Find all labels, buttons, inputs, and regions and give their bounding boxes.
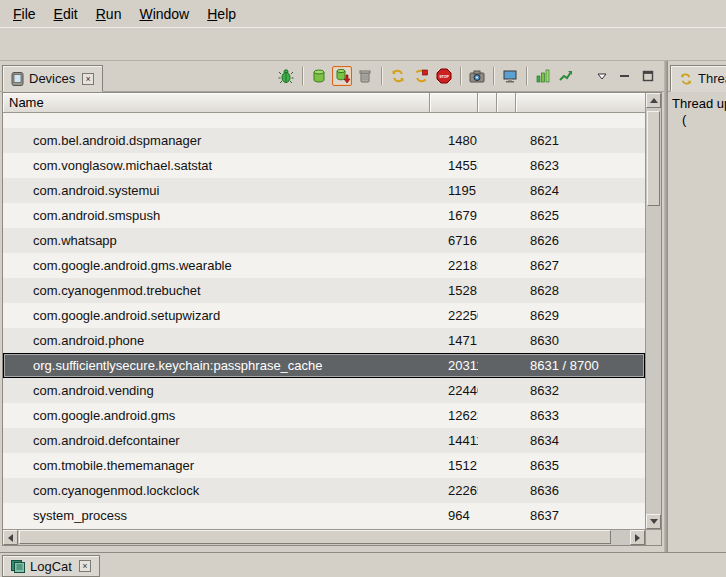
table-row[interactable]: com.android.smspush16798625 [3, 203, 645, 228]
scroll-left-button[interactable] [3, 530, 18, 545]
port-cell: 8621 [516, 133, 645, 148]
menu-bar: FileEditRunWindowHelp [0, 0, 726, 27]
pid-cell: 1480 [430, 133, 478, 148]
process-name-cell: com.google.android.gms.wearable [3, 258, 430, 273]
devices-toolbar: STOP [276, 64, 658, 88]
port-cell: 8632 [516, 383, 645, 398]
column-header-pid[interactable] [430, 93, 478, 112]
arrow-down-icon [650, 519, 658, 524]
port-cell: 8627 [516, 258, 645, 273]
table-row[interactable]: com.android.defcontainer144118634 [3, 428, 645, 453]
column-header-name[interactable]: Name [3, 93, 430, 112]
threads-message-line1: Thread up [672, 96, 726, 112]
process-name-cell: com.cyanogenmod.trebuchet [3, 283, 430, 298]
process-name-cell: com.android.phone [3, 333, 430, 348]
menu-edit[interactable]: Edit [45, 2, 87, 26]
menu-file[interactable]: File [4, 2, 45, 26]
close-icon[interactable]: × [79, 560, 91, 572]
scroll-down-button[interactable] [646, 514, 661, 529]
process-name-cell: com.android.vending [3, 383, 430, 398]
port-cell: 8634 [516, 433, 645, 448]
dump-hprof-icon[interactable] [332, 66, 352, 86]
vertical-scrollbar[interactable] [645, 93, 661, 529]
svg-text:STOP: STOP [439, 75, 449, 79]
table-row[interactable]: com.google.android.setupwizard222508629 [3, 303, 645, 328]
table-row[interactable]: org.sufficientlysecure.keychain:passphra… [3, 353, 645, 378]
update-threads-icon[interactable] [388, 66, 408, 86]
devices-panel: Devices × STOP Name com.bel.android.dspm… [0, 61, 664, 552]
tab-devices[interactable]: Devices × [2, 65, 103, 92]
table-row[interactable]: com.google.android.gms.wearable221858627 [3, 253, 645, 278]
table-row[interactable]: com.android.phone14718630 [3, 328, 645, 353]
horizontal-scrollbar[interactable] [3, 529, 645, 545]
pid-cell: 20311 [430, 358, 478, 373]
column-header-empty-2[interactable] [497, 93, 516, 112]
view-menu-icon[interactable] [592, 66, 612, 86]
scroll-up-button[interactable] [646, 93, 661, 108]
table-row[interactable]: com.google.android.gms126238633 [3, 403, 645, 428]
pid-cell: 14411 [430, 433, 478, 448]
port-cell: 8623 [516, 158, 645, 173]
process-name-cell: system_process [3, 508, 430, 523]
process-name-cell: com.google.android.gms [3, 408, 430, 423]
table-row[interactable]: com.bel.android.dspmanager14808621 [3, 128, 645, 153]
pid-cell: 964 [430, 508, 478, 523]
pid-cell: 6716 [430, 233, 478, 248]
screen-capture-icon[interactable] [467, 66, 487, 86]
process-name-cell: com.android.smspush [3, 208, 430, 223]
process-name-cell: com.android.defcontainer [3, 433, 430, 448]
port-cell: 8636 [516, 483, 645, 498]
table-row[interactable]: system_process9648637 [3, 503, 645, 528]
menu-help[interactable]: Help [198, 2, 245, 26]
pid-cell: 1528 [430, 283, 478, 298]
cause-gc-icon[interactable] [355, 66, 375, 86]
horizontal-scroll-thumb[interactable] [19, 530, 611, 544]
threads-tab-bar: Threads [668, 61, 726, 92]
stop-process-icon[interactable]: STOP [434, 66, 454, 86]
device-rows: com.bel.android.dspmanager14808621com.vo… [3, 113, 645, 529]
logcat-view-icon [11, 560, 25, 573]
scroll-right-button[interactable] [630, 530, 645, 545]
port-cell: 8633 [516, 408, 645, 423]
pid-cell: 1195 [430, 183, 478, 198]
pid-cell: 22440 [430, 383, 478, 398]
table-row[interactable]: com.android.systemui11958624 [3, 178, 645, 203]
port-cell: 8635 [516, 458, 645, 473]
table-row[interactable]: com.android.vending224408632 [3, 378, 645, 403]
column-header-port[interactable] [516, 93, 645, 112]
tab-logcat-label: LogCat [30, 559, 72, 574]
pid-cell: 14553 [430, 158, 478, 173]
menu-run[interactable]: Run [87, 2, 131, 26]
port-cell: 8629 [516, 308, 645, 323]
pid-cell: 22265 [430, 483, 478, 498]
process-name-cell: com.tmobile.thememanager [3, 458, 430, 473]
maximize-icon[interactable] [638, 66, 658, 86]
tab-logcat[interactable]: LogCat × [2, 555, 100, 577]
vertical-scroll-thumb[interactable] [647, 111, 660, 206]
table-row[interactable]: com.vonglasow.michael.satstat145538623 [3, 153, 645, 178]
table-row[interactable]: com.cyanogenmod.trebuchet15288628 [3, 278, 645, 303]
close-icon[interactable]: × [82, 73, 94, 85]
table-row[interactable]: com.whatsapp67168626 [3, 228, 645, 253]
tab-devices-label: Devices [29, 71, 75, 86]
start-method-profiling-icon[interactable] [411, 66, 431, 86]
debug-process-icon[interactable] [276, 66, 296, 86]
menu-window[interactable]: Window [130, 2, 198, 26]
toolbar-separator [526, 67, 527, 85]
network-statistics-icon[interactable] [533, 66, 553, 86]
tab-threads[interactable]: Threads [670, 65, 726, 92]
screen-record-icon[interactable] [500, 66, 520, 86]
process-name-cell: com.whatsapp [3, 233, 430, 248]
bottom-view-bar: LogCat × [0, 552, 726, 577]
start-opengl-trace-icon[interactable] [556, 66, 576, 86]
partial-row [3, 113, 645, 128]
port-cell: 8628 [516, 283, 645, 298]
update-heap-icon[interactable] [309, 66, 329, 86]
pid-cell: 12623 [430, 408, 478, 423]
table-row[interactable]: com.cyanogenmod.lockclock222658636 [3, 478, 645, 503]
column-header-empty-1[interactable] [478, 93, 497, 112]
port-cell: 8631 / 8700 [516, 358, 645, 373]
minimize-icon[interactable] [615, 66, 635, 86]
table-row[interactable]: com.tmobile.thememanager15128635 [3, 453, 645, 478]
port-cell: 8626 [516, 233, 645, 248]
